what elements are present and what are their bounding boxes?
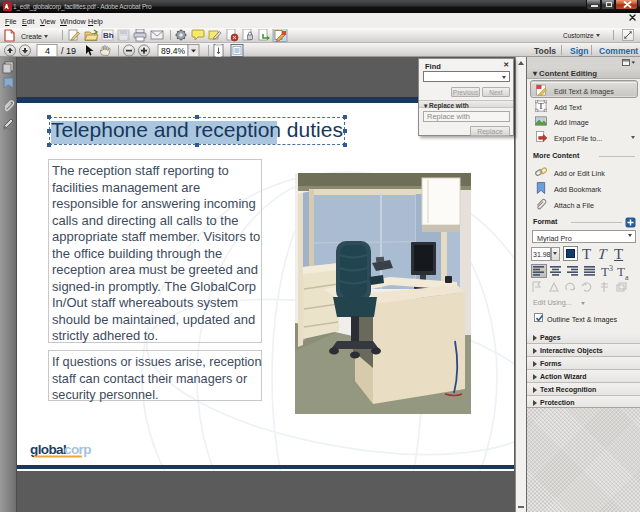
svg-text:global: global <box>30 442 66 457</box>
svg-text:Bh: Bh <box>103 31 114 40</box>
svg-text:corp: corp <box>64 442 91 457</box>
svg-text:T: T <box>538 101 544 111</box>
